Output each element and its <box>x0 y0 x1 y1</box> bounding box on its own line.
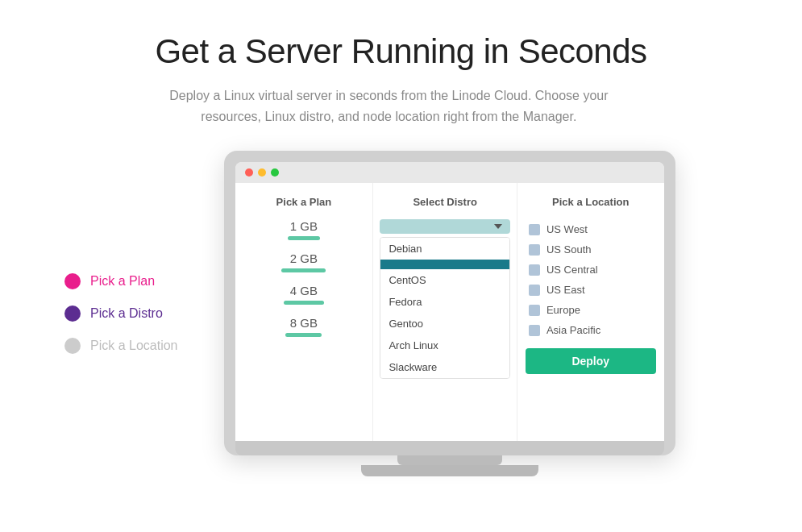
plan-label-1gb: 1 GB <box>245 219 364 233</box>
distro-list: Debian CentOS Fedora Gentoo Arch Linux S… <box>380 237 510 379</box>
step-label-plan: Pick a Plan <box>90 274 155 289</box>
distro-column: Select Distro Debian CentOS Fedora Gento… <box>373 183 517 441</box>
step-dot-plan <box>64 273 81 289</box>
distro-item-slackware[interactable]: Slackware <box>380 356 509 378</box>
plan-item-2gb[interactable]: 2 GB <box>245 251 364 272</box>
step-label-distro: Pick a Distro <box>90 306 163 321</box>
location-label-europe: Europe <box>546 304 580 316</box>
location-label-asiapacific: Asia Pacific <box>546 324 600 336</box>
location-item-uscentral[interactable]: US Central <box>526 260 656 280</box>
location-column: Pick a Location US West US South US Cent… <box>517 183 664 441</box>
plan-label-4gb: 4 GB <box>245 284 364 297</box>
laptop-foot <box>361 465 538 476</box>
plan-item-1gb[interactable]: 1 GB <box>245 219 364 240</box>
dot-green <box>271 168 279 177</box>
step-pick-location: Pick a Location <box>64 338 178 354</box>
plan-bar-4gb <box>284 301 324 305</box>
page-subtitle: Deploy a Linux virtual server in seconds… <box>155 85 622 127</box>
distro-item-archlinux[interactable]: Arch Linux <box>380 335 509 356</box>
step-label-location: Pick a Location <box>90 339 178 353</box>
location-item-ussouth[interactable]: US South <box>526 239 656 260</box>
steps-list: Pick a Plan Pick a Distro Pick a Locatio… <box>64 273 178 354</box>
plan-item-8gb[interactable]: 8 GB <box>245 316 364 337</box>
chevron-down-icon <box>494 224 502 229</box>
location-item-europe[interactable]: Europe <box>526 300 656 320</box>
plan-bar-1gb <box>288 236 320 240</box>
plan-bar-2gb <box>281 268 326 272</box>
distro-item-gentoo[interactable]: Gentoo <box>380 313 509 335</box>
location-item-uswest[interactable]: US West <box>526 219 656 239</box>
location-icon-uswest <box>529 224 540 235</box>
plan-col-header: Pick a Plan <box>245 196 364 208</box>
laptop-base <box>235 441 664 455</box>
distro-item-debian[interactable]: Debian <box>380 238 509 260</box>
step-pick-distro: Pick a Distro <box>64 305 178 322</box>
deploy-button[interactable]: Deploy <box>526 348 656 374</box>
step-dot-distro <box>64 305 81 322</box>
title-bar <box>235 162 664 183</box>
page-header: Get a Server Running in Seconds Deploy a… <box>155 32 646 127</box>
laptop-screen-inner: Pick a Plan 1 GB 2 GB 4 GB <box>235 162 664 441</box>
plan-label-8gb: 8 GB <box>245 316 364 330</box>
dot-red <box>245 168 253 177</box>
laptop-wrapper: Pick a Plan 1 GB 2 GB 4 GB <box>224 151 675 476</box>
plan-bar-8gb <box>285 333 322 337</box>
location-item-useast[interactable]: US East <box>526 280 656 300</box>
dot-yellow <box>258 168 266 177</box>
distro-item-fedora[interactable]: Fedora <box>380 291 509 313</box>
app-content: Pick a Plan 1 GB 2 GB 4 GB <box>235 183 664 441</box>
plan-column: Pick a Plan 1 GB 2 GB 4 GB <box>235 183 374 441</box>
plan-item-4gb[interactable]: 4 GB <box>245 284 364 305</box>
step-dot-location <box>64 338 81 354</box>
location-label-uswest: US West <box>546 223 588 235</box>
distro-item-ubuntu[interactable] <box>380 260 509 269</box>
plan-label-2gb: 2 GB <box>245 251 364 265</box>
location-item-asiapacific[interactable]: Asia Pacific <box>526 320 656 340</box>
laptop-stand <box>397 455 502 465</box>
location-icon-useast <box>529 285 540 296</box>
location-icon-asiapacific <box>529 325 540 336</box>
location-icon-europe <box>529 305 540 316</box>
step-pick-plan: Pick a Plan <box>64 273 178 289</box>
distro-col-header: Select Distro <box>380 196 510 208</box>
main-section: Pick a Plan Pick a Distro Pick a Locatio… <box>16 151 786 476</box>
location-label-ussouth: US South <box>546 243 592 256</box>
location-icon-uscentral <box>529 264 540 276</box>
distro-item-centos[interactable]: CentOS <box>380 269 509 291</box>
location-label-useast: US East <box>546 284 585 296</box>
distro-dropdown-button[interactable] <box>380 219 510 234</box>
location-label-uscentral: US Central <box>546 264 598 276</box>
location-col-header: Pick a Location <box>526 196 656 208</box>
location-icon-ussouth <box>529 244 540 256</box>
page-title: Get a Server Running in Seconds <box>155 32 646 71</box>
laptop-screen-outer: Pick a Plan 1 GB 2 GB 4 GB <box>224 151 675 455</box>
